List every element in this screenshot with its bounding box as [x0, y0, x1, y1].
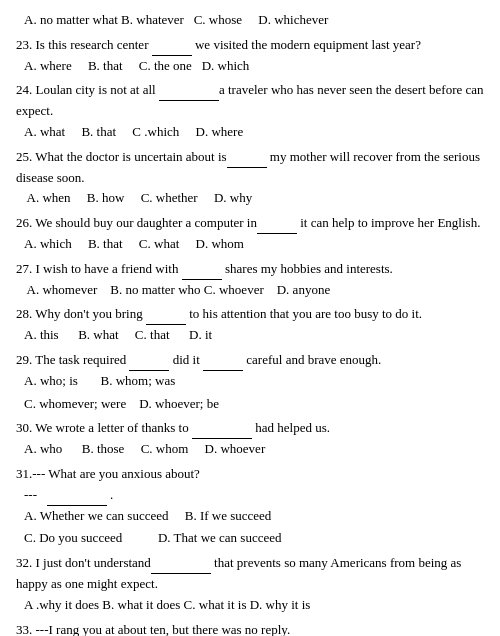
- question-31: 31.--- What are you anxious about? --- .…: [16, 464, 484, 549]
- question-26: 26. We should buy our daughter a compute…: [16, 213, 484, 255]
- question-32: 32. I just don't understand that prevent…: [16, 553, 484, 615]
- q22-options-row: A. no matter what B. whatever C. whose D…: [16, 10, 484, 31]
- q29-blank1: [129, 357, 169, 371]
- q27-blank: [182, 266, 222, 280]
- question-30: 30. We wrote a letter of thanks to had h…: [16, 418, 484, 460]
- q27-text: 27. I wish to have a friend with shares …: [16, 259, 484, 280]
- q31-blank: [47, 492, 107, 506]
- q24-text: 24. Loulan city is not at all a traveler…: [16, 80, 484, 122]
- question-23: 23. Is this research center we visited t…: [16, 35, 484, 77]
- q25-text: 25. What the doctor is uncertain about i…: [16, 147, 484, 189]
- q26-text: 26. We should buy our daughter a compute…: [16, 213, 484, 234]
- q32-blank: [151, 560, 211, 574]
- q25-blank: [227, 154, 267, 168]
- q24-blank: [159, 87, 219, 101]
- q28-options: A. this B. what C. that D. it: [16, 325, 484, 346]
- q30-text: 30. We wrote a letter of thanks to had h…: [16, 418, 484, 439]
- q29-options1: A. who; is B. whom; was: [16, 371, 484, 392]
- q31-options2: C. Do you succeed D. That we can succeed: [16, 528, 484, 549]
- question-24: 24. Loulan city is not at all a traveler…: [16, 80, 484, 142]
- q22-options: A. no matter what B. whatever C. whose D…: [16, 10, 484, 31]
- q33-text: 33. ---I rang you at about ten, but ther…: [16, 620, 484, 636]
- q31-text: 31.--- What are you anxious about?: [16, 464, 484, 485]
- q32-options: A .why it does B. what it does C. what i…: [16, 595, 484, 616]
- q32-text: 32. I just don't understand that prevent…: [16, 553, 484, 595]
- q29-blank2: [203, 357, 243, 371]
- q30-blank: [192, 425, 252, 439]
- q23-options: A. where B. that C. the one D. which: [16, 56, 484, 77]
- exam-content: A. no matter what B. whatever C. whose D…: [16, 10, 484, 636]
- q27-options: A. whomever B. no matter who C. whoever …: [16, 280, 484, 301]
- q26-options: A. which B. that C. what D. whom: [16, 234, 484, 255]
- q23-blank: [152, 42, 192, 56]
- q25-options: A. when B. how C. whether D. why: [16, 188, 484, 209]
- question-25: 25. What the doctor is uncertain about i…: [16, 147, 484, 209]
- q31-answer-prompt: --- .: [16, 485, 484, 506]
- q29-text: 29. The task required did it careful and…: [16, 350, 484, 371]
- question-29: 29. The task required did it careful and…: [16, 350, 484, 414]
- q26-blank: [257, 220, 297, 234]
- q29-options2: C. whomever; were D. whoever; be: [16, 394, 484, 415]
- q24-options: A. what B. that C .which D. where: [16, 122, 484, 143]
- question-33: 33. ---I rang you at about ten, but ther…: [16, 620, 484, 636]
- q30-options: A. who B. those C. whom D. whoever: [16, 439, 484, 460]
- q28-blank: [146, 311, 186, 325]
- q31-options1: A. Whether we can succeed B. If we succe…: [16, 506, 484, 527]
- q28-text: 28. Why don't you bring to his attention…: [16, 304, 484, 325]
- q23-text: 23. Is this research center we visited t…: [16, 35, 484, 56]
- question-27: 27. I wish to have a friend with shares …: [16, 259, 484, 301]
- question-28: 28. Why don't you bring to his attention…: [16, 304, 484, 346]
